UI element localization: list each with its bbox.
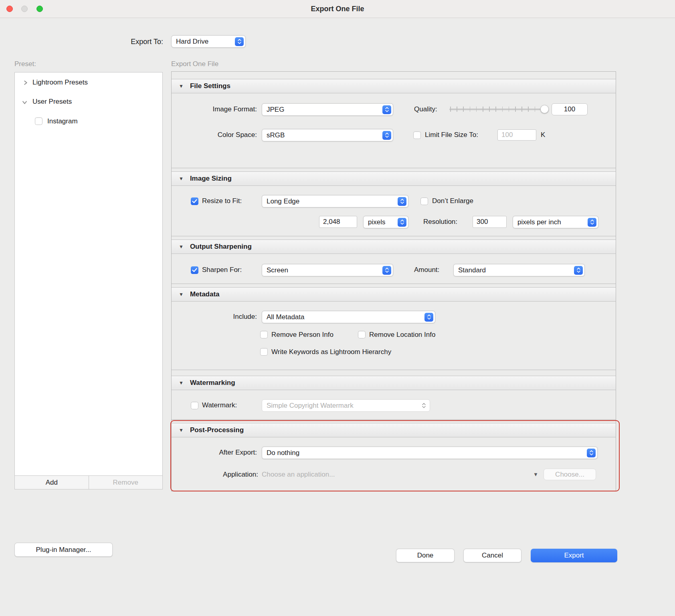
disclosure-triangle-icon[interactable]: ▼ <box>179 176 184 181</box>
image-format-value: JPEG <box>267 106 284 114</box>
application-placeholder[interactable]: Choose an application... <box>262 469 335 481</box>
stepper-icon <box>587 449 596 457</box>
stepper-icon <box>382 131 391 140</box>
section-header-image-sizing: ▼ Image Sizing <box>172 171 616 186</box>
after-export-value: Do nothing <box>267 449 299 457</box>
include-select[interactable]: All Metadata <box>262 311 435 323</box>
sharpen-for-select[interactable]: Screen <box>262 264 393 276</box>
color-space-value: sRGB <box>267 131 285 139</box>
stepper-icon <box>382 266 391 275</box>
dont-enlarge-checkbox[interactable] <box>420 197 428 205</box>
amount-select[interactable]: Standard <box>453 264 585 276</box>
section-title: Post-Processing <box>190 426 244 434</box>
application-label: Application: <box>176 469 258 481</box>
section-header-post-processing: ▼ Post-Processing <box>172 423 616 437</box>
size-unit-value: pixels <box>368 218 385 226</box>
resize-mode-select[interactable]: Long Edge <box>262 195 408 207</box>
plugin-manager-button[interactable]: Plug-in Manager... <box>14 543 113 557</box>
section-title: File Settings <box>190 82 230 90</box>
disclosure-triangle-icon[interactable]: ▼ <box>179 292 184 297</box>
section-divider <box>172 419 616 420</box>
limit-file-size-label[interactable]: Limit File Size To: <box>425 129 478 141</box>
add-preset-button[interactable]: Add <box>15 476 89 489</box>
sidebar-item-label: Lightroom Presets <box>32 79 88 86</box>
color-space-select[interactable]: sRGB <box>262 129 393 141</box>
remove-location-info-label[interactable]: Remove Location Info <box>369 329 435 341</box>
limit-file-size-unit: K <box>541 129 545 141</box>
disclosure-triangle-icon[interactable]: ▼ <box>179 428 184 433</box>
stepper-icon <box>235 37 244 46</box>
watermark-checkbox[interactable] <box>191 402 198 409</box>
chevron-right-icon[interactable] <box>23 80 28 85</box>
sidebar-item-lightroom-presets[interactable]: Lightroom Presets <box>32 77 88 88</box>
color-space-label: Color Space: <box>176 129 257 141</box>
section-divider <box>172 370 616 370</box>
amount-label: Amount: <box>414 264 439 276</box>
section-header-file-settings: ▼ File Settings <box>172 79 616 93</box>
sidebar-item-label: User Presets <box>32 98 72 105</box>
instagram-checkbox[interactable] <box>35 117 42 125</box>
size-unit-select[interactable]: pixels <box>363 216 408 228</box>
dont-enlarge-label[interactable]: Don’t Enlarge <box>432 195 473 207</box>
stepper-icon <box>424 313 433 322</box>
remove-person-info-checkbox[interactable] <box>260 331 268 338</box>
resize-to-fit-checkbox[interactable] <box>191 197 198 205</box>
minimize-icon[interactable] <box>21 6 28 12</box>
export-to-select[interactable]: Hard Drive <box>171 35 246 48</box>
limit-file-size-checkbox[interactable] <box>413 131 421 139</box>
close-icon[interactable] <box>6 6 13 12</box>
after-export-select[interactable]: Do nothing <box>262 447 598 459</box>
export-button[interactable]: Export <box>531 549 617 562</box>
section-divider <box>172 284 616 284</box>
stepper-icon <box>419 401 428 410</box>
resize-to-fit-label[interactable]: Resize to Fit: <box>202 195 242 207</box>
section-title: Watermarking <box>190 379 235 387</box>
resolution-label: Resolution: <box>423 216 457 228</box>
limit-file-size-field[interactable] <box>497 129 536 141</box>
choose-application-button: Choose... <box>544 469 596 480</box>
watermark-select: Simple Copyright Watermark <box>262 399 430 412</box>
section-header-metadata: ▼ Metadata <box>172 287 616 302</box>
section-divider <box>172 236 616 236</box>
stepper-icon <box>588 218 596 227</box>
preset-actions: Add Remove <box>15 475 162 489</box>
chevron-down-icon[interactable] <box>22 100 27 105</box>
zoom-icon[interactable] <box>36 6 43 12</box>
application-dropdown-icon[interactable]: ▼ <box>533 469 538 481</box>
stepper-icon <box>382 105 391 114</box>
section-title: Output Sharpening <box>190 243 252 251</box>
write-keywords-checkbox[interactable] <box>260 348 268 356</box>
amount-value: Standard <box>458 266 486 274</box>
disclosure-triangle-icon[interactable]: ▼ <box>179 244 184 249</box>
cancel-button[interactable]: Cancel <box>463 549 521 562</box>
sharpen-for-checkbox[interactable] <box>191 266 198 274</box>
after-export-label: After Export: <box>176 447 257 459</box>
remove-person-info-label[interactable]: Remove Person Info <box>271 329 333 341</box>
sidebar-item-instagram[interactable]: Instagram <box>47 116 78 127</box>
export-to-value: Hard Drive <box>176 38 208 46</box>
image-format-label: Image Format: <box>176 103 257 115</box>
stepper-icon <box>574 266 583 275</box>
sharpen-for-value: Screen <box>267 266 288 274</box>
sidebar-item-label: Instagram <box>47 117 78 125</box>
section-header-watermarking: ▼ Watermarking <box>172 376 616 390</box>
sidebar-item-user-presets[interactable]: User Presets <box>32 97 72 107</box>
slider-ticks <box>450 107 542 112</box>
size-value-field[interactable] <box>319 216 357 228</box>
remove-location-info-checkbox[interactable] <box>358 331 366 338</box>
resolution-unit-select[interactable]: pixels per inch <box>513 216 598 228</box>
disclosure-triangle-icon[interactable]: ▼ <box>179 380 184 385</box>
disclosure-triangle-icon[interactable]: ▼ <box>179 84 184 89</box>
quality-slider[interactable] <box>449 105 548 114</box>
section-title: Metadata <box>190 290 220 298</box>
quality-value-field[interactable] <box>552 103 588 115</box>
write-keywords-label[interactable]: Write Keywords as Lightroom Hierarchy <box>271 346 391 358</box>
image-format-select[interactable]: JPEG <box>262 103 393 116</box>
watermark-label[interactable]: Watermark: <box>202 399 237 411</box>
slider-thumb[interactable] <box>540 105 549 113</box>
done-button[interactable]: Done <box>396 549 455 562</box>
remove-preset-button[interactable]: Remove <box>89 476 163 489</box>
resolution-field[interactable] <box>473 216 507 228</box>
stepper-icon <box>398 218 406 227</box>
sharpen-for-label[interactable]: Sharpen For: <box>202 264 242 276</box>
